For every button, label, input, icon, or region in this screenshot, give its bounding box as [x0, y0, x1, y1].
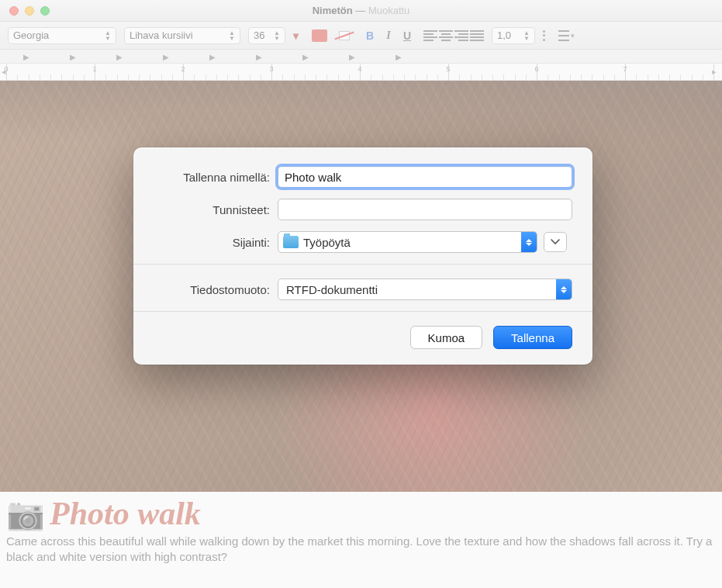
updown-icon [556, 279, 572, 299]
save-button[interactable]: Tallenna [493, 326, 572, 349]
chevron-down-icon [551, 239, 560, 245]
divider [133, 264, 592, 265]
file-format-label: Tiedostomuoto: [154, 283, 278, 296]
cancel-button[interactable]: Kumoa [410, 326, 483, 349]
updown-icon [521, 232, 537, 252]
expand-button[interactable] [544, 232, 567, 252]
where-value: Työpöytä [303, 236, 351, 249]
file-format-value: RTFD-dokumentti [286, 283, 378, 296]
save-as-input[interactable] [278, 166, 572, 188]
save-dialog: Tallenna nimellä: Tunnisteet: Sijainti: … [133, 147, 592, 365]
tags-input[interactable] [278, 199, 572, 220]
where-select[interactable]: Työpöytä [278, 231, 537, 253]
file-format-select[interactable]: RTFD-dokumentti [278, 278, 572, 300]
tags-label: Tunnisteet: [154, 203, 278, 216]
where-label: Sijainti: [154, 236, 278, 249]
folder-icon [283, 236, 299, 248]
divider [133, 311, 592, 312]
save-as-label: Tallenna nimellä: [154, 171, 278, 184]
